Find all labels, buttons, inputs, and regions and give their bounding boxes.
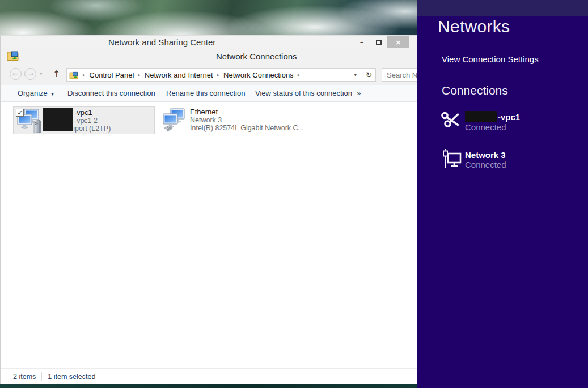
- vpn-connection-name: -vpc1: [498, 112, 520, 122]
- breadcrumb-control-panel[interactable]: Control Panel: [90, 71, 134, 79]
- redaction-box: [465, 111, 497, 122]
- redaction-box: [43, 108, 73, 131]
- window-chrome: Network Connections ← → ▾ ↑ ▸ Control Pa…: [1, 48, 417, 85]
- disconnect-connection-button[interactable]: Disconnect this connection: [67, 85, 155, 101]
- window-network-sharing-center-titlebar[interactable]: Network and Sharing Center – ×: [0, 35, 417, 48]
- crumb-separator-icon: ▸: [294, 72, 304, 78]
- minimize-button[interactable]: –: [353, 36, 370, 49]
- ethernet-network-name: Network 3: [465, 150, 506, 160]
- forward-button[interactable]: →: [24, 68, 36, 80]
- crumb-separator-icon: ▸: [213, 72, 224, 78]
- tile-text: Ethernet Network 3 Intel(R) 82574L Gigab…: [190, 108, 301, 132]
- panel-entry-ethernet[interactable]: Network 3 Connected: [465, 150, 506, 169]
- search-input[interactable]: Search N: [382, 68, 417, 82]
- ethernet-computers-icon: [162, 108, 188, 136]
- connection-tile-vpn[interactable]: ✓: [13, 106, 155, 134]
- crumb-separator-icon: ▸: [134, 72, 145, 78]
- view-status-button[interactable]: View status of this connection: [255, 85, 352, 101]
- breadcrumb[interactable]: ▸ Control Panel ▸ Network and Internet ▸…: [66, 68, 376, 82]
- search-placeholder: Search N: [387, 71, 417, 79]
- more-commands-button[interactable]: »: [357, 85, 361, 101]
- desktop-wallpaper-strip: [0, 384, 417, 388]
- command-bar: Organize ▾ Disconnect this connection Re…: [1, 85, 417, 102]
- close-icon: ×: [395, 38, 401, 46]
- connection-tile-ethernet[interactable]: Ethernet Network 3 Intel(R) 82574L Gigab…: [161, 106, 303, 134]
- window-title: Network and Sharing Center: [108, 37, 215, 47]
- maximize-button[interactable]: [370, 36, 387, 49]
- address-dropdown-icon[interactable]: ▾: [349, 72, 362, 78]
- back-button[interactable]: ←: [10, 68, 22, 80]
- network-connections-folder-icon: [7, 50, 19, 63]
- desktop-wallpaper: [0, 0, 417, 35]
- status-divider: [101, 372, 101, 381]
- connection-name: Ethernet: [190, 108, 301, 116]
- close-button[interactable]: ×: [387, 36, 409, 49]
- selection-count: 1 item selected: [42, 373, 101, 381]
- page-title: Network Connections: [216, 52, 297, 61]
- view-connection-settings-link[interactable]: View Connection Settings: [442, 54, 539, 64]
- organize-dropdown-icon: ▾: [49, 91, 53, 97]
- item-checkbox[interactable]: ✓: [16, 109, 24, 117]
- connections-section-title: Connections: [442, 84, 508, 97]
- window-network-connections: Network Connections ← → ▾ ↑ ▸ Control Pa…: [0, 48, 417, 384]
- history-dropdown-icon[interactable]: ▾: [40, 71, 43, 76]
- connection-network: Network 3: [190, 116, 301, 124]
- organize-label: Organize: [18, 89, 48, 97]
- items-count: 2 items: [1, 373, 41, 381]
- address-folder-icon[interactable]: [67, 71, 79, 79]
- ethernet-network-status: Connected: [465, 160, 506, 169]
- crumb-separator-icon: ▸: [79, 72, 90, 78]
- rename-connection-button[interactable]: Rename this connection: [166, 85, 245, 101]
- vpn-connection-status: Connected: [465, 122, 520, 132]
- ethernet-icon: [442, 148, 462, 174]
- up-button[interactable]: ↑: [53, 69, 60, 79]
- desktop: Network and Sharing Center – × Network C…: [0, 0, 588, 388]
- window-controls: – ×: [353, 36, 409, 49]
- networks-panel-title: Networks: [438, 17, 510, 36]
- status-bar: 2 items 1 item selected: [1, 368, 417, 384]
- networks-panel: Networks View Connection Settings Connec…: [417, 0, 588, 388]
- networks-panel-top-strip: [417, 0, 588, 16]
- breadcrumb-network-and-internet[interactable]: Network and Internet: [145, 71, 213, 79]
- check-icon: ✓: [17, 109, 22, 117]
- maximize-icon: [376, 40, 382, 45]
- refresh-button[interactable]: ↻: [362, 69, 375, 81]
- panel-entry-vpn[interactable]: -vpc1 Connected: [465, 111, 520, 132]
- minimize-icon: –: [360, 38, 364, 46]
- breadcrumb-network-connections[interactable]: Network Connections: [223, 71, 294, 79]
- organize-menu-button[interactable]: Organize ▾: [18, 85, 54, 103]
- connection-device: Intel(R) 82574L Gigabit Network C...: [190, 124, 301, 132]
- vpn-icon: [441, 111, 462, 131]
